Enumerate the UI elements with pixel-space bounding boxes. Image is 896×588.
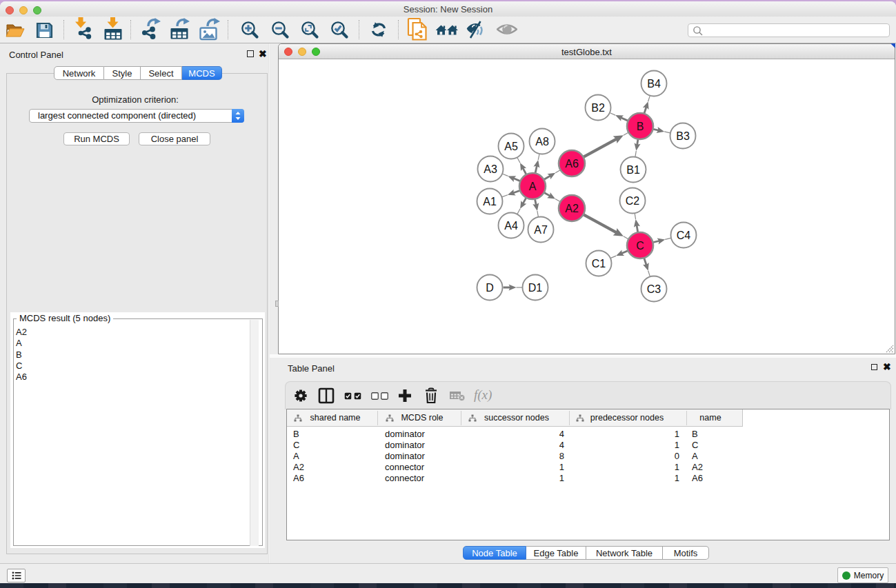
svg-text:A4: A4 xyxy=(504,220,518,232)
svg-text:A6: A6 xyxy=(565,158,579,170)
svg-text:A3: A3 xyxy=(484,163,497,175)
svg-text:A: A xyxy=(529,181,537,192)
svg-text:C1: C1 xyxy=(592,258,606,270)
svg-text:A5: A5 xyxy=(504,141,518,152)
svg-text:A8: A8 xyxy=(535,136,549,148)
svg-text:A2: A2 xyxy=(565,203,579,214)
svg-text:B3: B3 xyxy=(676,130,690,142)
svg-text:A1: A1 xyxy=(483,196,497,207)
svg-text:C: C xyxy=(636,240,644,252)
svg-text:B1: B1 xyxy=(626,164,640,176)
svg-text:B2: B2 xyxy=(591,102,605,114)
svg-text:C3: C3 xyxy=(647,283,661,295)
svg-text:C4: C4 xyxy=(677,230,691,241)
svg-text:C2: C2 xyxy=(626,195,640,207)
svg-text:D1: D1 xyxy=(528,282,543,294)
svg-text:B4: B4 xyxy=(647,78,661,90)
svg-text:D: D xyxy=(486,282,494,294)
svg-text:B: B xyxy=(637,121,644,132)
svg-text:A7: A7 xyxy=(534,224,548,236)
